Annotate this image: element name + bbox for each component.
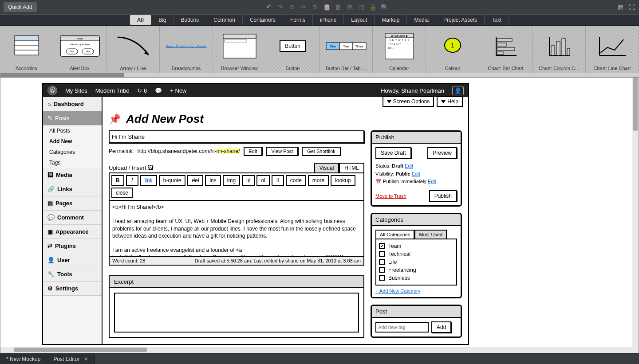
sidebar-subitem-all-posts[interactable]: All Posts xyxy=(43,125,102,136)
ed-img-button[interactable]: img xyxy=(223,175,240,186)
ed-code-button[interactable]: code xyxy=(286,175,306,186)
checkbox-icon[interactable]: ✔ xyxy=(379,243,385,249)
lib-item-alert-box[interactable]: AlertAlert text goes hereNoYes Alert Box xyxy=(53,26,106,74)
cat-tab-common[interactable]: Common xyxy=(206,15,243,25)
cat-tab-big[interactable]: Big xyxy=(151,15,174,25)
lib-item-callout[interactable]: 1 Callout xyxy=(426,26,479,74)
search-icon[interactable]: 🔍 xyxy=(381,4,388,11)
save-draft-button[interactable]: Save Draft xyxy=(375,147,411,159)
sidebar-subitem-tags[interactable]: Tags xyxy=(43,157,102,168)
canvas-scrollbar-v[interactable] xyxy=(632,78,639,353)
lock-icon[interactable]: 🔒 xyxy=(369,4,376,11)
cat-tab-markup[interactable]: Markup xyxy=(375,15,407,25)
adminbar-avatar-icon[interactable]: 👤 xyxy=(452,86,464,95)
lib-item-line-chart[interactable]: Chart: Line Chart xyxy=(586,26,639,74)
ed-more-button[interactable]: more xyxy=(308,175,329,186)
close-icon[interactable]: ✕ xyxy=(84,356,88,362)
checkbox-icon[interactable] xyxy=(379,275,385,281)
sidebar-item-settings[interactable]: ⚙Settings xyxy=(43,282,102,296)
help-button[interactable]: Help xyxy=(437,96,463,107)
ed-italic-button[interactable]: I xyxy=(126,175,138,186)
sidebar-item-pages[interactable]: ▤Pages xyxy=(43,196,102,211)
ed-close-button[interactable]: close xyxy=(111,188,133,198)
ed-ol-button[interactable]: ol xyxy=(256,175,269,186)
lib-item-arrow[interactable]: Arrow / Line xyxy=(106,26,160,74)
preview-button[interactable]: Preview xyxy=(427,147,457,159)
sidebar-item-user[interactable]: 👤User xyxy=(43,253,102,267)
lib-item-button-bar[interactable]: OneTwoThree Button Bar / Tab ... xyxy=(320,26,373,74)
editor-tab-html[interactable]: HTML xyxy=(339,163,364,172)
lib-item-browser-window[interactable]: Browser Window xyxy=(213,26,266,74)
library-scrollbar[interactable] xyxy=(0,73,639,77)
screen-options-button[interactable]: Screen Options xyxy=(383,96,434,107)
get-shortlink-button[interactable]: Get Shortlink xyxy=(302,147,341,156)
redo-icon[interactable]: ↷ xyxy=(277,4,284,11)
sidebar-subitem-categories[interactable]: Categories xyxy=(43,147,102,157)
ed-link-button[interactable]: link xyxy=(140,175,157,186)
ed-li-button[interactable]: li xyxy=(272,175,284,186)
paste-icon[interactable]: 📋 xyxy=(323,4,330,11)
view-post-button[interactable]: View Post xyxy=(266,147,298,156)
status-edit-link[interactable]: Edit xyxy=(405,163,413,168)
bring-front-icon[interactable]: ▤ xyxy=(346,4,353,11)
sidebar-item-posts[interactable]: ✎Posts xyxy=(43,111,102,125)
editor-tab-visual[interactable]: Visual xyxy=(314,163,339,172)
adminbar-brand[interactable]: Modern Tribe xyxy=(95,87,130,94)
publish-button[interactable]: Publish xyxy=(429,190,457,202)
lib-item-calendar[interactable]: ◀ FEB 2008 ▶S M T W T F S1 2 3 4 5 6 78 … xyxy=(373,26,426,74)
cat-tab-forms[interactable]: Forms xyxy=(283,15,313,25)
cat-tab-all-categories[interactable]: All Categories xyxy=(375,230,414,239)
excerpt-textarea[interactable] xyxy=(114,293,359,333)
ed-ul-button[interactable]: ul xyxy=(242,175,255,186)
adminbar-howdy[interactable]: Howdy, Shane Pearlman xyxy=(381,87,444,94)
ed-ins-button[interactable]: ins xyxy=(205,175,221,186)
adminbar-comment-icon[interactable]: 💬 xyxy=(155,87,162,94)
category-item[interactable]: ✔Team xyxy=(379,242,454,250)
cat-tab-project-assets[interactable]: Project Assets xyxy=(436,15,485,25)
cat-tab-iphone[interactable]: iPhone xyxy=(313,15,344,25)
adminbar-my-sites[interactable]: My Sites xyxy=(65,87,87,94)
ed-del-button[interactable]: del xyxy=(187,175,203,186)
category-item[interactable]: Business xyxy=(379,274,454,282)
add-tag-button[interactable]: Add xyxy=(431,321,451,333)
canvas[interactable]: Ⓦ My Sites Modern Tribe ↻ 6 💬 + New Howd… xyxy=(0,77,639,353)
lib-item-accordion[interactable]: Accordion xyxy=(0,26,53,74)
sidebar-item-comment[interactable]: 💬Comment xyxy=(43,211,102,225)
sidebar-subitem-add-new[interactable]: Add New xyxy=(43,136,102,147)
sidebar-item-dashboard[interactable]: ⌂Dashboard xyxy=(43,97,102,111)
cat-tab-buttons[interactable]: Buttons xyxy=(174,15,207,25)
tag-input[interactable] xyxy=(375,322,429,333)
post-title-input[interactable] xyxy=(109,130,364,143)
duplicate-icon[interactable]: ⧉ xyxy=(288,4,296,11)
sidebar-item-tools[interactable]: 🔧Tools xyxy=(43,267,102,282)
undo-icon[interactable]: ↶ xyxy=(265,4,272,11)
cat-tab-most-used[interactable]: Most Used xyxy=(414,230,447,239)
sidebar-item-media[interactable]: 🖼Media xyxy=(43,168,102,182)
mockup-wordpress-admin[interactable]: Ⓦ My Sites Modern Tribe ↻ 6 💬 + New Howd… xyxy=(42,83,469,345)
doc-tab-post-editor[interactable]: Post Editor✕ xyxy=(47,354,95,364)
adminbar-refresh[interactable]: ↻ 6 xyxy=(137,87,147,94)
cat-tab-layout[interactable]: Layout xyxy=(344,15,375,25)
fullscreen-icon[interactable]: ⛶ xyxy=(628,4,635,11)
checkbox-icon[interactable] xyxy=(379,259,385,265)
move-to-trash-link[interactable]: Move to Trash xyxy=(375,193,406,199)
ed-lookup-button[interactable]: lookup xyxy=(331,175,355,186)
sidebar-item-appearance[interactable]: ▣Appearance xyxy=(43,225,102,239)
editor-body[interactable]: <b>Hi I'm Shane!</b> I lead an amazing t… xyxy=(109,201,364,257)
delete-icon[interactable]: 🗑 xyxy=(335,4,342,11)
add-new-category-link[interactable]: + Add New Category xyxy=(375,288,457,294)
cat-tab-media[interactable]: Media xyxy=(407,15,436,25)
category-item[interactable]: Life xyxy=(379,258,454,266)
category-item[interactable]: Technical xyxy=(379,250,454,258)
visibility-edit-link[interactable]: Edit xyxy=(412,171,420,176)
permalink-slug[interactable]: im-shane/ xyxy=(217,148,240,154)
cat-tab-text[interactable]: Text xyxy=(485,15,509,25)
lib-item-column-chart[interactable]: Chart: Column C... xyxy=(532,26,586,74)
copy-icon[interactable]: ⧉ xyxy=(312,4,319,11)
send-back-icon[interactable]: ▥ xyxy=(358,4,365,11)
quick-add-field[interactable]: Quick Add xyxy=(4,2,37,12)
sidebar-item-plugins[interactable]: ⇄Plugins xyxy=(43,239,102,253)
category-item[interactable]: Freelancing xyxy=(379,266,454,274)
cat-tab-containers[interactable]: Containers xyxy=(243,15,283,25)
checkbox-icon[interactable] xyxy=(379,251,385,257)
